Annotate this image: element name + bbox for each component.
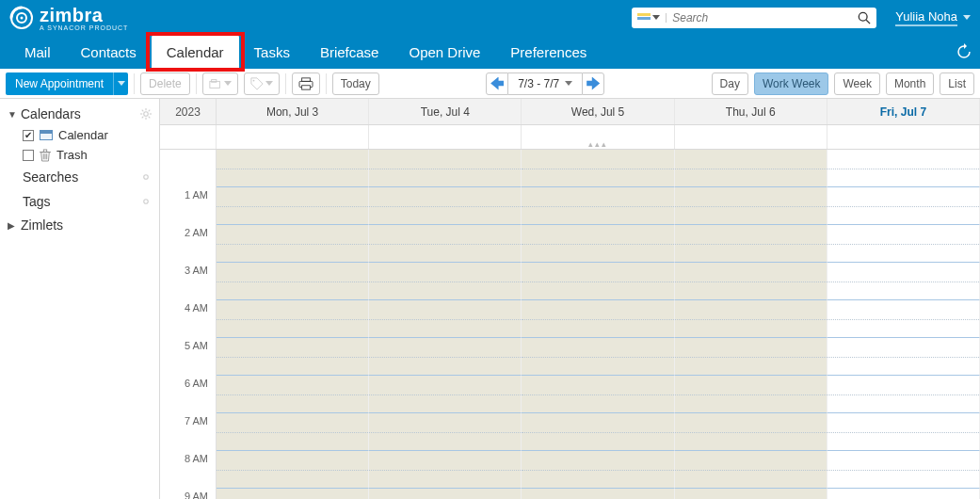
- tab-preferences[interactable]: Preferences: [495, 35, 602, 69]
- time-cell[interactable]: [675, 300, 827, 338]
- sidebar-searches[interactable]: Searches: [0, 165, 159, 189]
- time-cell[interactable]: [369, 376, 522, 413]
- search-input[interactable]: [672, 11, 858, 24]
- next-range-button[interactable]: [582, 72, 604, 95]
- time-cell[interactable]: [217, 150, 369, 187]
- time-cell[interactable]: [522, 150, 674, 187]
- time-cell[interactable]: [827, 300, 980, 338]
- time-cell[interactable]: [827, 451, 980, 489]
- time-cell[interactable]: [675, 150, 827, 187]
- time-cell[interactable]: [369, 150, 522, 187]
- sidebar-item-trash[interactable]: Trash: [0, 145, 159, 165]
- delete-button[interactable]: Delete: [140, 72, 190, 95]
- tab-mail[interactable]: Mail: [9, 35, 66, 69]
- folder-move-icon: [209, 77, 222, 90]
- time-cell[interactable]: [675, 338, 827, 376]
- time-cell[interactable]: [522, 376, 674, 413]
- gear-icon[interactable]: [140, 196, 152, 207]
- time-cell[interactable]: [675, 451, 827, 489]
- sidebar-item-label: Trash: [56, 148, 88, 162]
- time-cell[interactable]: [675, 376, 827, 413]
- time-cell[interactable]: [217, 187, 369, 225]
- time-cell[interactable]: [369, 451, 522, 489]
- checkbox-icon[interactable]: ✔: [23, 130, 34, 141]
- time-cell[interactable]: [827, 489, 980, 499]
- search-icon[interactable]: [858, 11, 871, 24]
- checkbox-icon[interactable]: [23, 150, 34, 161]
- time-cell[interactable]: [675, 225, 827, 263]
- time-cell[interactable]: [522, 263, 674, 300]
- time-cell[interactable]: [217, 263, 369, 300]
- search-scope-dropdown[interactable]: [637, 13, 667, 23]
- tab-briefcase[interactable]: Briefcase: [305, 35, 394, 69]
- time-cell[interactable]: [827, 263, 980, 300]
- time-cell[interactable]: [522, 338, 674, 376]
- time-cell[interactable]: [369, 263, 522, 300]
- time-cell[interactable]: [827, 187, 980, 225]
- time-cell[interactable]: [522, 451, 674, 489]
- time-cell[interactable]: [827, 338, 980, 376]
- time-cell[interactable]: [522, 489, 674, 499]
- prev-range-button[interactable]: [486, 72, 508, 95]
- time-cell[interactable]: [675, 413, 827, 451]
- time-cell[interactable]: [217, 376, 369, 413]
- time-cell[interactable]: [369, 413, 522, 451]
- date-range-dropdown[interactable]: 7/3 - 7/7: [508, 72, 582, 95]
- user-menu[interactable]: Yuliia Noha: [895, 9, 971, 26]
- time-cell[interactable]: [217, 225, 369, 263]
- view-list-button[interactable]: List: [940, 72, 974, 95]
- gear-icon[interactable]: [140, 171, 152, 183]
- time-cell[interactable]: [675, 489, 827, 499]
- day-header[interactable]: Mon, Jul 3: [217, 99, 369, 124]
- tab-tasks[interactable]: Tasks: [239, 35, 305, 69]
- search-box[interactable]: [632, 8, 876, 28]
- sidebar-zimlets-header[interactable]: ▶ Zimlets: [0, 214, 159, 236]
- new-appointment-button[interactable]: New Appointment: [6, 72, 128, 95]
- calendar-view: 2023 Mon, Jul 3 Tue, Jul 4 Wed, Jul 5 Th…: [160, 99, 980, 499]
- tab-opendrive[interactable]: Open Drive: [394, 35, 495, 69]
- time-cell[interactable]: [217, 451, 369, 489]
- view-week-button[interactable]: Week: [834, 72, 879, 95]
- time-cell[interactable]: [369, 300, 522, 338]
- time-cell[interactable]: [369, 225, 522, 263]
- day-header-today[interactable]: Fri, Jul 7: [827, 99, 980, 124]
- today-button[interactable]: Today: [332, 72, 379, 95]
- new-appointment-dropdown[interactable]: [113, 72, 128, 95]
- day-header[interactable]: Thu, Jul 6: [675, 99, 827, 124]
- day-header[interactable]: Tue, Jul 4: [369, 99, 522, 124]
- refresh-button[interactable]: [948, 35, 980, 69]
- time-cell[interactable]: [369, 489, 522, 499]
- time-cell[interactable]: [522, 413, 674, 451]
- sidebar-item-calendar[interactable]: ✔ Calendar: [0, 125, 159, 145]
- tab-calendar[interactable]: Calendar: [152, 35, 239, 69]
- gear-icon[interactable]: [140, 108, 152, 120]
- time-cell[interactable]: [522, 300, 674, 338]
- sidebar-tags[interactable]: Tags: [0, 189, 159, 214]
- time-cell[interactable]: [369, 338, 522, 376]
- time-cell[interactable]: [369, 187, 522, 225]
- time-cell[interactable]: [827, 225, 980, 263]
- time-cell[interactable]: [675, 187, 827, 225]
- time-cell[interactable]: [827, 376, 980, 413]
- time-cell[interactable]: [217, 338, 369, 376]
- sidebar-calendars-header[interactable]: ▼ Calendars: [0, 103, 159, 125]
- time-cell[interactable]: [217, 489, 369, 499]
- time-cell[interactable]: [522, 187, 674, 225]
- view-month-button[interactable]: Month: [886, 72, 934, 95]
- day-header[interactable]: Wed, Jul 5: [522, 99, 674, 124]
- tag-dropdown-button[interactable]: [244, 72, 280, 95]
- time-grid-scroll[interactable]: 1 AM2 AM3 AM4 AM5 AM6 AM7 AM8 AM9 AM: [160, 150, 980, 499]
- tab-contacts[interactable]: Contacts: [66, 35, 152, 69]
- time-cell[interactable]: [217, 413, 369, 451]
- expand-grip-icon[interactable]: ▴▴▴: [588, 139, 608, 149]
- view-day-button[interactable]: Day: [712, 72, 748, 95]
- time-cell[interactable]: [522, 225, 674, 263]
- print-button[interactable]: [292, 72, 320, 95]
- time-cell[interactable]: [217, 300, 369, 338]
- allday-row[interactable]: ▴▴▴: [160, 125, 980, 150]
- time-cell[interactable]: [675, 263, 827, 300]
- print-dropdown-button[interactable]: [202, 72, 238, 95]
- view-workweek-button[interactable]: Work Week: [754, 72, 829, 95]
- time-cell[interactable]: [827, 150, 980, 187]
- time-cell[interactable]: [827, 413, 980, 451]
